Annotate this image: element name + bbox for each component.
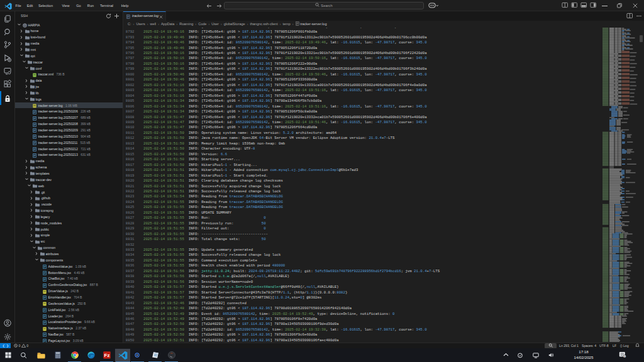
svg-text:Fz: Fz: [104, 353, 110, 358]
